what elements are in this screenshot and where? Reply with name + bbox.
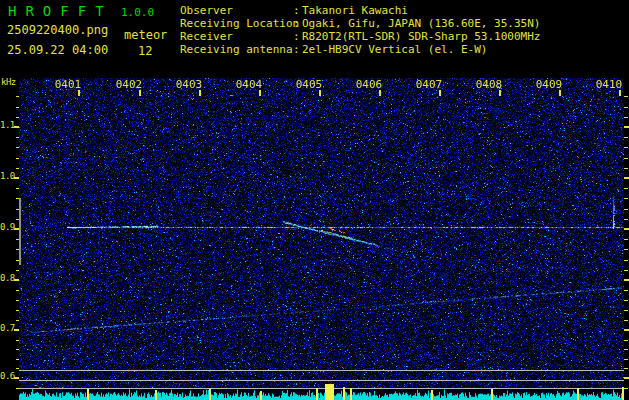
axis-tick [319, 90, 321, 96]
axis-tick [16, 368, 19, 369]
axis-tick [439, 90, 441, 96]
info-separator: : [293, 30, 302, 43]
freq-label: 0.9 [0, 223, 14, 232]
freq-label: 0.6 [0, 372, 14, 381]
axis-tick [16, 270, 19, 271]
axis-tick [16, 388, 19, 389]
axis-tick [16, 117, 19, 118]
axis-tick [624, 147, 628, 148]
axis-tick [624, 349, 628, 350]
info-value: Takanori Kawachi [302, 4, 408, 17]
axis-tick [16, 349, 19, 350]
axis-tick [624, 329, 629, 331]
axis-tick [624, 320, 628, 321]
info-row-receiver: Receiver:R820T2(RTL-SDR) SDR-Sharp 53.10… [180, 30, 540, 43]
app-version: 1.0.0 [121, 6, 154, 19]
axis-tick [624, 290, 628, 291]
output-filename: 2509220400.png [7, 23, 108, 37]
time-label: 0408 [476, 79, 503, 90]
hrofft-screen: { "header": { "title": "HROFFT", "versio… [0, 0, 629, 400]
axis-tick [624, 368, 628, 369]
axis-tick [624, 377, 629, 379]
axis-tick [624, 158, 628, 159]
axis-tick [16, 290, 19, 291]
meteor-count: 12 [138, 44, 152, 58]
axis-tick [624, 188, 628, 189]
time-label: 0403 [176, 79, 203, 90]
observation-datetime: 25.09.22 04:00 [7, 43, 108, 57]
axis-tick [16, 96, 19, 97]
info-label: Receiving antenna [180, 43, 293, 56]
axis-tick [624, 260, 628, 261]
axis-tick [624, 219, 628, 220]
axis-tick [624, 126, 629, 128]
axis-tick [16, 147, 19, 148]
freq-label: 1.0 [0, 172, 14, 181]
axis-tick [14, 329, 19, 331]
axis-tick [624, 388, 628, 389]
axis-tick [624, 270, 628, 271]
info-label: Receiving Location [180, 17, 293, 30]
app-title: HROFFT [8, 3, 113, 19]
time-label: 0407 [416, 79, 443, 90]
axis-tick [624, 107, 628, 108]
axis-tick [16, 188, 19, 189]
axis-tick [16, 320, 19, 321]
time-label: 0401 [55, 79, 82, 90]
info-row-observer: Observer:Takanori Kawachi [180, 4, 540, 17]
axis-tick [619, 90, 621, 96]
axis-tick [559, 90, 561, 96]
axis-tick [199, 90, 201, 96]
info-row-antenna: Receiving antenna:2el-HB9CV Vertical (el… [180, 43, 540, 56]
axis-tick [499, 90, 501, 96]
axis-tick [624, 239, 628, 240]
axis-tick [14, 177, 19, 179]
spectrogram-canvas [19, 78, 624, 400]
axis-tick [14, 279, 19, 281]
info-separator: : [293, 43, 302, 56]
time-label: 0404 [236, 79, 263, 90]
axis-tick [16, 300, 19, 301]
freq-label: 1.1 [0, 121, 14, 130]
axis-tick [624, 249, 628, 250]
time-label: 0410 [596, 79, 623, 90]
axis-tick [16, 168, 19, 169]
axis-tick [259, 90, 261, 96]
time-label: 0409 [536, 79, 563, 90]
axis-tick [624, 300, 628, 301]
axis-tick [16, 310, 19, 311]
info-separator: : [293, 17, 302, 30]
freq-axis-unit: kHz [1, 77, 16, 87]
freq-label: 0.8 [0, 274, 14, 283]
axis-tick [624, 359, 628, 360]
axis-tick [624, 198, 628, 199]
info-label: Receiver [180, 30, 293, 43]
axis-tick [16, 260, 19, 261]
info-label: Observer [180, 4, 293, 17]
axis-tick [624, 310, 628, 311]
axis-tick [78, 90, 80, 96]
axis-tick [624, 96, 628, 97]
axis-tick [624, 137, 628, 138]
axis-tick [624, 228, 629, 230]
time-label: 0406 [356, 79, 383, 90]
axis-tick [624, 340, 628, 341]
axis-tick [16, 137, 19, 138]
axis-tick [14, 228, 19, 230]
time-label: 0402 [116, 79, 143, 90]
axis-tick [624, 209, 628, 210]
axis-tick [14, 126, 19, 128]
axis-tick [16, 107, 19, 108]
axis-tick [624, 177, 629, 179]
info-row-location: Receiving Location:Ogaki, Gifu, JAPAN (1… [180, 17, 540, 30]
axis-tick [379, 90, 381, 96]
axis-tick [16, 340, 19, 341]
axis-tick [139, 90, 141, 96]
axis-tick [16, 158, 19, 159]
info-value: Ogaki, Gifu, JAPAN (136.60E, 35.35N) [302, 17, 540, 30]
info-separator: : [293, 4, 302, 17]
axis-tick [16, 359, 19, 360]
axis-tick [16, 209, 19, 210]
axis-tick [16, 249, 19, 250]
axis-tick [624, 117, 628, 118]
